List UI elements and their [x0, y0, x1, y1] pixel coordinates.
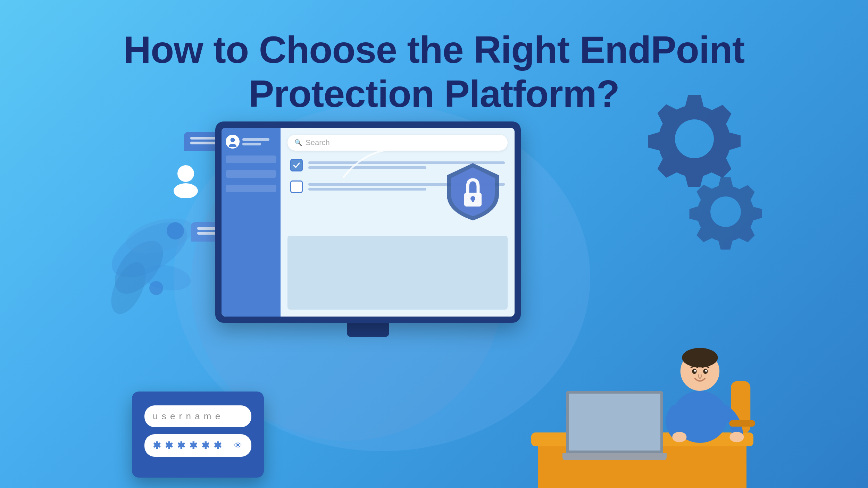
illustration: 🔍 Search — [69, 111, 799, 488]
gear-small-icon — [687, 174, 764, 250]
leaf-decoration — [97, 180, 201, 319]
sidebar-menu-item-1 — [226, 155, 276, 163]
svg-point-23 — [729, 432, 744, 442]
person-illustration — [653, 328, 757, 453]
svg-point-5 — [177, 165, 194, 182]
svg-point-10 — [229, 144, 236, 147]
sidebar-menu-item-3 — [226, 185, 276, 192]
curved-arrow — [340, 139, 410, 180]
laptop-screen — [566, 391, 663, 453]
person-avatar-1 — [170, 163, 201, 198]
checkbox-checked — [290, 159, 303, 171]
shield-container — [445, 160, 501, 222]
desk-scene — [521, 314, 764, 488]
screen-sidebar — [222, 128, 281, 317]
username-field[interactable]: u s e r n a m e — [144, 405, 251, 427]
svg-point-17 — [682, 348, 718, 367]
search-icon: 🔍 — [294, 139, 302, 146]
svg-point-20 — [694, 370, 696, 372]
search-placeholder: Search — [306, 138, 330, 147]
gear-large-icon — [646, 90, 743, 187]
password-toggle-icon[interactable]: 👁 — [234, 441, 243, 451]
monitor-stand — [347, 323, 389, 337]
svg-point-21 — [705, 370, 707, 372]
svg-rect-24 — [729, 420, 755, 427]
svg-point-22 — [672, 432, 686, 442]
screen-bottom-area — [287, 236, 508, 310]
sidebar-menu-item-2 — [226, 170, 276, 178]
sidebar-avatar — [226, 135, 240, 149]
svg-point-6 — [174, 183, 198, 198]
checkbox-unchecked — [290, 180, 303, 193]
laptop-base — [562, 453, 667, 460]
sidebar-user — [226, 135, 276, 149]
svg-rect-13 — [472, 199, 474, 202]
password-field[interactable]: ✱ ✱ ✱ ✱ ✱ ✱ 👁 — [144, 434, 251, 457]
svg-point-9 — [231, 138, 235, 142]
login-card: u s e r n a m e ✱ ✱ ✱ ✱ ✱ ✱ 👁 — [132, 392, 264, 478]
laptop — [566, 391, 663, 453]
float-circle-2 — [149, 281, 163, 295]
float-circle-1 — [167, 222, 184, 239]
curve-dot — [406, 140, 412, 146]
